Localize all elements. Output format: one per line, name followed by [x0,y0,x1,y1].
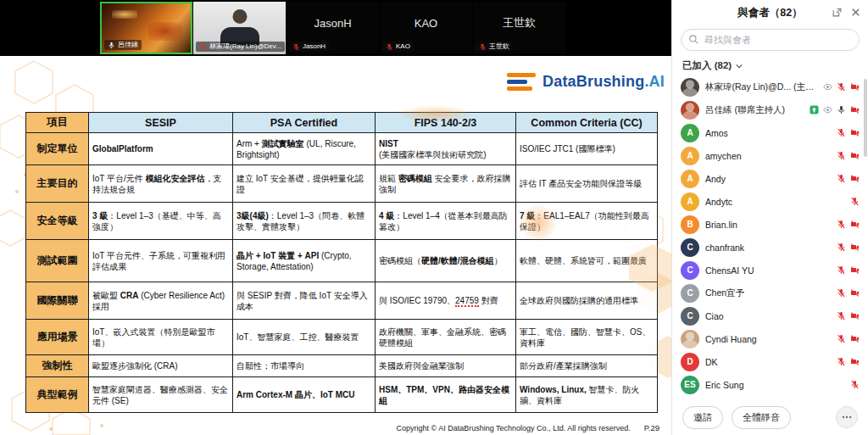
mic-muted-icon [837,82,846,92]
column-header: Common Criteria (CC) [516,113,658,133]
participant-name: chanfrank [705,243,831,253]
table-cell: 密碼模組（硬體/軟體/混合模組） [376,240,516,282]
participant-row[interactable]: Cchanfrank [677,236,863,259]
video-tile[interactable]: JasonHJasonH [287,2,379,54]
mic-muted-icon [837,288,846,298]
participant-name: 林家瑋(Ray Lin)@D... (主持人, 我) [705,81,817,93]
participant-name: Brian.lin [705,220,831,230]
table-cell: 規範 密碼模組 安全要求，政府採購強制 [376,165,516,203]
participant-status-icons [837,357,860,366]
video-tile[interactable]: 呂佳縤 [100,2,192,54]
table-cell: IoT、智慧家庭、工控、醫療裝置 [233,320,376,355]
mic-muted-icon [837,311,846,321]
avatar [681,78,699,97]
tile-name-label: 王世欽 [476,42,513,52]
mic-muted-icon [292,43,300,51]
participant-row[interactable]: CChen宜予 [677,282,863,304]
video-tile[interactable]: 林家瑋(Ray Lin)@Dev... [193,2,286,54]
scrollbar-thumb[interactable] [864,79,867,157]
tile-center-name: JasonH [287,2,379,44]
databrushing-logo-text: DataBrushing.AI [542,73,665,91]
table-cell: 政府機關、軍事、金融系統、密碼硬體模組 [376,320,516,355]
table-row: 強制性歐盟逐步強制化 (CRA)自願性；市場導向美國政府與金融業強制部分政府/產… [26,355,658,377]
participant-name: Andy [705,174,831,184]
search-input[interactable] [681,29,860,51]
participant-row[interactable]: DDK [677,350,863,373]
certification-comparison-table: 項目SESIPPSA CertifiedFIPS 140-2/3Common C… [25,112,658,413]
joined-section-toggle[interactable]: 已加入 (82) [682,59,858,72]
participant-row[interactable]: AAmos [677,121,863,144]
participant-row[interactable]: AAndy [677,167,863,190]
participant-row[interactable]: 林家瑋(Ray Lin)@D... (主持人, 我) [677,75,863,98]
avatar: C [681,238,699,257]
participant-status-icons [837,128,860,137]
participants-title: 與會者（82） [737,6,802,20]
avatar: ES [681,376,699,394]
column-header: PSA Certified [233,113,376,133]
table-cell: 評估 IT 產品安全功能與保證等級 [516,165,658,203]
table-cell: GlobalPlatform [89,133,233,165]
table-cell: Windows, Linux, 智慧卡、防火牆、資料庫 [516,377,658,413]
table-cell: HSM、TPM、VPN、路由器安全模組 [376,377,516,413]
more-options-button[interactable] [836,406,858,428]
camera-off-icon [850,82,860,92]
video-feed-content [112,10,137,19]
invite-button[interactable]: 邀請 [682,406,723,429]
participant-status-icons [823,82,860,92]
avatar: D [681,353,699,371]
participant-name: 呂佳縤 (聯席主持人) [705,104,804,116]
popout-icon[interactable] [832,7,843,18]
video-tile[interactable]: 王世欽王世欽 [473,2,565,54]
table-cell: 4 級：Level 1–4（從基本到最高防篡改） [376,203,516,240]
camera-off-icon [850,357,860,366]
participant-row[interactable]: Aamychen [677,144,863,167]
participant-status-icons [850,380,860,389]
mic-muted-icon [837,357,846,366]
table-cell: IoT 平台/元件 模組化安全評估，支持法規合規 [89,165,233,203]
participant-name: Ciao [705,311,831,321]
avatar: A [681,147,699,165]
camera-off-icon [850,265,860,275]
table-row: 應用場景IoT、嵌入式裝置（特別是歐盟市場）IoT、智慧家庭、工控、醫療裝置政府… [26,320,658,355]
participant-status-icons [837,243,860,252]
participant-status-icons [837,334,860,343]
mic-muted-icon [850,197,860,206]
participant-row[interactable]: ESEric Sung [677,373,863,396]
video-tile[interactable]: KAOKAO [380,2,472,54]
mute-all-button[interactable]: 全體靜音 [732,406,791,429]
mic-muted-icon [479,43,487,51]
table-cell: ISO/IEC JTC1 (國際標準) [516,133,658,165]
participant-row[interactable]: BBrian.lin [677,213,863,236]
participant-row[interactable]: 呂佳縤 (聯席主持人) [677,98,863,121]
close-icon[interactable] [850,7,861,18]
table-cell: 美國政府與金融業強制 [376,355,516,377]
table-cell: 自願性；市場導向 [233,355,376,377]
camera-off-icon [850,288,860,298]
camera-off-icon [850,105,860,114]
participant-row[interactable]: Cyndi Huang [677,327,863,350]
participant-status-icons [850,197,860,206]
copyright-text: Copyright © AI DataBrushing Technology C… [397,424,631,432]
avatar: B [681,215,699,234]
participants-panel-header: 與會者（82） [672,0,868,25]
table-cell: Arm + 測試實驗室 (UL, Riscure, Brightsight) [233,133,376,165]
joined-count-label: 已加入 (82) [682,59,732,72]
table-cell: 部分政府/產業採購強制 [516,355,658,377]
table-row: 典型範例智慧家庭閘道器、醫療感測器、安全元件 (SE)Arm Cortex-M … [26,377,658,413]
table-cell: 建立 IoT 安全基礎，提供輕量化認證 [233,165,376,203]
slide-footer: Copyright © AI DataBrushing Technology C… [397,423,659,432]
participant-name: DK [705,357,831,367]
table-cell: 全球政府與國防採購的通用標準 [516,282,658,320]
tile-name-label: KAO [382,42,414,52]
participant-row[interactable]: CChensAI YU [677,259,863,282]
table-cell: 與 ISO/IEC 19790、24759 對齊 [376,282,516,320]
eye-icon [823,82,832,92]
table-cell: IoT、嵌入式裝置（特別是歐盟市場） [89,320,233,355]
table-cell: 被歐盟 CRA (Cyber Resilience Act) 採用 [89,282,233,320]
avatar: C [681,284,699,303]
mic-muted-icon [837,243,846,252]
participant-row[interactable]: AAndytc [677,190,863,213]
row-label: 測試範圍 [26,240,89,282]
participant-row[interactable]: CCiao [677,304,863,327]
participant-photo-silhouette [232,9,247,24]
